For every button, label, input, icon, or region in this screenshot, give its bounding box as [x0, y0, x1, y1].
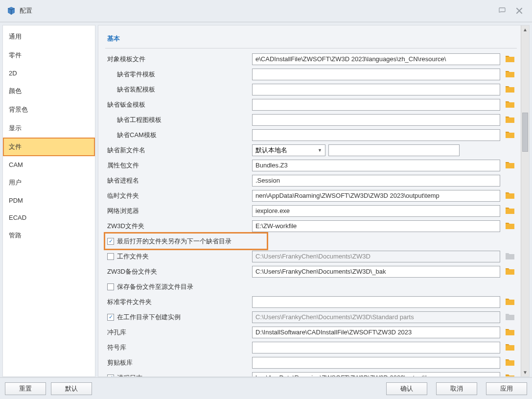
checkbox-row[interactable]: 在工作目录下创建实例: [105, 313, 252, 322]
row-clipboard-library: 剪贴板库: [105, 355, 517, 370]
close-icon[interactable]: [513, 5, 525, 17]
default-button[interactable]: 默认: [51, 382, 92, 395]
input[interactable]: [252, 69, 500, 80]
browse-button[interactable]: [503, 206, 517, 216]
label: 缺省CAM模板: [105, 131, 252, 140]
input[interactable]: [252, 327, 500, 338]
sidebar-item-ecad[interactable]: ECAD: [3, 209, 95, 226]
input[interactable]: [252, 266, 500, 278]
sidebar-item-user[interactable]: 用户: [3, 173, 95, 192]
label: 属性包文件: [105, 161, 252, 170]
input[interactable]: [252, 129, 500, 141]
input[interactable]: [252, 357, 500, 369]
row-create-instance-in-work: 在工作目录下创建实例: [105, 309, 517, 325]
checkbox-row[interactable]: 最后打开的文件夹另存为下一个缺省目录: [105, 237, 252, 246]
browse-button[interactable]: [503, 99, 517, 110]
footer: 重置 默认 确认 取消 应用: [0, 377, 532, 399]
label: 缺省装配模板: [105, 85, 252, 94]
sidebar-item-files[interactable]: 文件: [3, 138, 95, 156]
sidebar-item-pdm[interactable]: PDM: [3, 192, 95, 209]
input[interactable]: [252, 160, 500, 171]
row-default-process-name: 缺省进程名: [105, 173, 517, 188]
cancel-button[interactable]: 取消: [436, 382, 477, 395]
row-default-new-filename: 缺省新文件名 默认本地名▼: [105, 142, 517, 158]
ok-button[interactable]: 确认: [386, 382, 427, 395]
reset-button[interactable]: 重置: [5, 382, 46, 395]
sidebar-item-bgcolor[interactable]: 背景色: [3, 100, 95, 119]
checkbox[interactable]: [107, 314, 114, 321]
browse-button[interactable]: [503, 160, 517, 171]
input[interactable]: [252, 296, 500, 308]
window-title: 配置: [20, 6, 32, 15]
checkbox[interactable]: [107, 375, 114, 377]
row-web-browser: 网络浏览器: [105, 203, 517, 218]
sidebar: 通用 零件 2D 颜色 背景色 显示 文件 CAM 用户 PDM ECAD 管路: [2, 25, 95, 377]
input[interactable]: [252, 114, 500, 126]
sidebar-item-2d[interactable]: 2D: [3, 65, 95, 82]
sidebar-item-general[interactable]: 通用: [3, 27, 95, 46]
browse-button[interactable]: [503, 84, 517, 95]
checkbox[interactable]: [107, 238, 114, 245]
input[interactable]: [252, 84, 500, 95]
browse-button[interactable]: [503, 115, 517, 125]
sidebar-item-color[interactable]: 颜色: [3, 82, 95, 100]
scrollbar[interactable]: ▲ ▼: [521, 25, 529, 376]
browse-button[interactable]: [503, 342, 517, 353]
input[interactable]: [252, 205, 500, 217]
combo-default-filename[interactable]: 默认本地名▼: [252, 144, 325, 156]
sidebar-item-display[interactable]: 显示: [3, 119, 95, 138]
label: ZW3D备份文件夹: [105, 267, 252, 276]
input-aux[interactable]: [328, 144, 460, 156]
browse-button[interactable]: [503, 54, 517, 65]
input[interactable]: [252, 220, 500, 232]
input[interactable]: [252, 175, 500, 187]
row-save-backup-to-source: 保存备份文件至源文件目录: [105, 279, 517, 294]
input-template-file[interactable]: [252, 53, 500, 65]
row-temp-folder: 临时文件夹: [105, 188, 517, 203]
help-icon[interactable]: [497, 5, 509, 17]
row-process-log: 进程日志: [105, 370, 517, 376]
label: 标准零件文件夹: [105, 298, 252, 306]
checkbox-row[interactable]: 保存备份文件至源文件目录: [105, 282, 252, 291]
input[interactable]: [252, 190, 500, 202]
browse-button: [503, 251, 517, 262]
section-title: 基本: [105, 30, 517, 48]
browse-button[interactable]: [503, 266, 517, 277]
browse-button[interactable]: [503, 69, 517, 80]
row-zw3d-folder: ZW3D文件夹: [105, 218, 517, 234]
checkbox-row[interactable]: 工作文件夹: [105, 252, 252, 261]
row-backup-folder: ZW3D备份文件夹: [105, 264, 517, 279]
scroll-thumb[interactable]: [522, 113, 528, 152]
checkbox[interactable]: [107, 283, 114, 290]
row-default-sheetmetal-template: 缺省钣金模板: [105, 97, 517, 112]
content-wrap: 基本 对象模板文件 缺省零件模板 缺省装配模板 缺省钣金模板 缺省工程图模板: [98, 25, 530, 377]
input[interactable]: [252, 99, 500, 111]
browse-button[interactable]: [503, 221, 517, 232]
browse-button[interactable]: [503, 190, 517, 201]
input[interactable]: [252, 342, 500, 353]
scroll-up-icon[interactable]: ▲: [521, 25, 529, 34]
main-area: 通用 零件 2D 颜色 背景色 显示 文件 CAM 用户 PDM ECAD 管路…: [0, 23, 532, 377]
row-symbol-library: 符号库: [105, 340, 517, 355]
sidebar-item-routing[interactable]: 管路: [3, 226, 95, 245]
row-default-assembly-template: 缺省装配模板: [105, 82, 517, 97]
checkbox[interactable]: [107, 253, 114, 260]
browse-button[interactable]: [503, 357, 517, 368]
row-default-part-template: 缺省零件模板: [105, 67, 517, 82]
browse-button[interactable]: [503, 327, 517, 338]
browse-button[interactable]: [503, 130, 517, 141]
label: 缺省新文件名: [105, 146, 252, 155]
label: 缺省零件模板: [105, 70, 252, 79]
checkbox-row[interactable]: 进程日志: [105, 374, 252, 377]
input: [252, 251, 500, 262]
label: 缺省工程图模板: [105, 116, 252, 124]
browse-button[interactable]: [503, 373, 517, 377]
sidebar-item-part[interactable]: 零件: [3, 46, 95, 65]
label: 剪贴板库: [105, 358, 252, 367]
input[interactable]: [252, 372, 500, 377]
sidebar-item-cam[interactable]: CAM: [3, 156, 95, 173]
scroll-down-icon[interactable]: ▼: [521, 368, 529, 376]
row-default-drawing-template: 缺省工程图模板: [105, 112, 517, 127]
apply-button[interactable]: 应用: [486, 382, 527, 395]
browse-button[interactable]: [503, 297, 517, 307]
